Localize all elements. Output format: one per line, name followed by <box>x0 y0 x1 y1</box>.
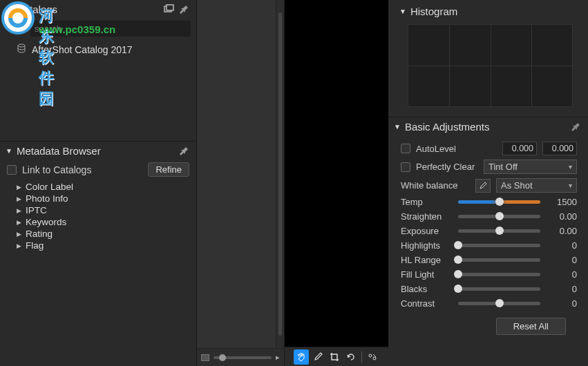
catalog-item[interactable]: AfterShot Catalog 2017 <box>0 41 196 58</box>
svg-rect-1 <box>167 5 173 10</box>
autolevel-value-a[interactable] <box>502 142 537 155</box>
refine-button[interactable]: Refine <box>148 162 189 177</box>
blacks-slider-row: Blacks 0 <box>401 282 577 296</box>
search-icon <box>17 23 26 35</box>
tree-item-keywords[interactable]: ▶Keywords <box>17 216 196 228</box>
metadata-title: Metadata Browser <box>17 145 178 157</box>
chevron-down-icon: ▼ <box>6 147 12 155</box>
exposure-value[interactable]: 0.00 <box>546 226 577 236</box>
search-row <box>0 18 196 41</box>
highlights-value[interactable]: 0 <box>546 240 577 251</box>
catalog-stack-icon[interactable] <box>163 3 176 15</box>
thumb-more-icon[interactable]: ▸ <box>276 353 280 362</box>
preview-toolbar <box>285 347 388 366</box>
white-balance-picker-button[interactable] <box>475 179 491 193</box>
hlrange-label: HL Range <box>401 255 453 265</box>
thumb-size-slider[interactable] <box>214 356 272 359</box>
thumbnail-scrollbar[interactable] <box>276 0 284 348</box>
svg-point-5 <box>369 354 372 357</box>
crop-tool-button[interactable] <box>327 349 342 365</box>
filllight-label: Fill Light <box>401 269 453 280</box>
filllight-slider-row: Fill Light 0 <box>401 267 577 282</box>
hlrange-value[interactable]: 0 <box>546 255 577 265</box>
chevron-right-icon: ▶ <box>17 195 21 202</box>
thumbnail-strip: ▸ <box>196 0 285 366</box>
highlights-slider-row: Highlights 0 <box>401 238 577 253</box>
highlights-label: Highlights <box>401 240 453 251</box>
chevron-right-icon: ▶ <box>17 242 21 249</box>
histogram-header[interactable]: ▼ Histogram <box>394 3 582 20</box>
chevron-down-icon: ▼ <box>394 123 401 131</box>
straighten-slider[interactable] <box>458 215 540 218</box>
temp-label: Temp <box>401 197 453 207</box>
chevron-right-icon: ▶ <box>17 219 21 226</box>
chevron-right-icon: ▶ <box>17 231 21 238</box>
catalogs-header[interactable]: ▼ Catalogs <box>0 0 196 18</box>
pin-icon[interactable] <box>178 144 191 157</box>
perfectly-clear-row: Perfectly Clear Tint Off▾ <box>401 157 577 176</box>
hlrange-slider[interactable] <box>458 258 540 262</box>
tree-item-photo-info[interactable]: ▶Photo Info <box>17 193 196 204</box>
svg-point-2 <box>18 24 23 30</box>
filllight-slider[interactable] <box>458 273 540 276</box>
contrast-value[interactable]: 0 <box>546 298 577 309</box>
exposure-slider[interactable] <box>458 229 540 233</box>
left-sidebar: 河东软件园 www.pc0359.cn ▼ Catalogs AfterShot… <box>0 0 196 366</box>
thumb-size-small-icon[interactable] <box>201 354 209 361</box>
tree-item-rating[interactable]: ▶Rating <box>17 228 196 240</box>
link-catalogs-label: Link to Catalogs <box>22 164 142 175</box>
white-balance-dropdown[interactable]: As Shot▾ <box>496 178 577 193</box>
highlights-slider[interactable] <box>458 244 540 247</box>
preview-viewport[interactable] <box>285 0 388 347</box>
temp-slider[interactable] <box>458 200 540 204</box>
white-balance-label: White balance <box>401 180 470 191</box>
catalog-name: AfterShot Catalog 2017 <box>32 44 133 55</box>
contrast-slider[interactable] <box>458 302 540 305</box>
link-catalogs-row: Link to Catalogs Refine <box>0 160 196 180</box>
svg-point-4 <box>18 44 25 47</box>
search-input[interactable] <box>30 21 191 37</box>
reset-all-button[interactable]: Reset All <box>496 318 566 335</box>
tree-item-iptc[interactable]: ▶IPTC <box>17 204 196 216</box>
thumbnail-viewport[interactable] <box>197 0 276 348</box>
preview-area <box>285 0 388 366</box>
temp-value[interactable]: 1500 <box>546 197 577 207</box>
tree-item-color-label[interactable]: ▶Color Label <box>17 181 196 193</box>
chevron-down-icon: ▼ <box>6 6 12 13</box>
rotate-tool-button[interactable] <box>343 349 359 365</box>
pan-tool-button[interactable] <box>294 349 309 365</box>
link-catalogs-checkbox[interactable] <box>7 165 17 175</box>
perfectly-clear-dropdown[interactable]: Tint Off▾ <box>484 160 577 174</box>
pin-icon[interactable] <box>570 120 582 133</box>
perfectly-clear-label: Perfectly Clear <box>416 162 478 172</box>
thumbnail-footer: ▸ <box>197 348 284 366</box>
blacks-label: Blacks <box>401 284 453 294</box>
chevron-down-icon: ▾ <box>569 163 572 171</box>
perfectly-clear-checkbox[interactable] <box>401 162 410 172</box>
autolevel-value-b[interactable] <box>542 142 577 155</box>
right-sidebar: ▼ Histogram ▼ Basic Adjustments AutoLeve… <box>388 0 588 366</box>
database-icon <box>17 44 26 55</box>
blacks-value[interactable]: 0 <box>546 284 577 294</box>
straighten-slider-row: Straighten 0.00 <box>401 209 577 224</box>
pin-icon[interactable] <box>178 3 191 15</box>
metadata-tree: ▶Color Label ▶Photo Info ▶IPTC ▶Keywords… <box>0 180 196 251</box>
straighten-label: Straighten <box>401 211 453 222</box>
histogram-display[interactable] <box>408 24 573 107</box>
catalogs-title: Catalogs <box>17 3 163 15</box>
straighten-value[interactable]: 0.00 <box>546 211 577 222</box>
filllight-value[interactable]: 0 <box>546 269 577 280</box>
chevron-right-icon: ▶ <box>17 207 21 214</box>
contrast-slider-row: Contrast 0 <box>401 296 577 311</box>
tree-item-flag[interactable]: ▶Flag <box>17 240 196 251</box>
metadata-header[interactable]: ▼ Metadata Browser <box>0 141 196 160</box>
chevron-right-icon: ▶ <box>17 184 21 191</box>
basic-adjustments-header[interactable]: ▼ Basic Adjustments <box>388 117 588 135</box>
histogram-title: Histogram <box>410 6 577 17</box>
autolevel-checkbox[interactable] <box>401 144 410 153</box>
settings-tool-button[interactable] <box>365 349 380 365</box>
blacks-slider[interactable] <box>458 287 540 291</box>
autolevel-label: AutoLevel <box>416 144 497 154</box>
eyedropper-tool-button[interactable] <box>310 349 325 365</box>
autolevel-row: AutoLevel <box>401 139 577 157</box>
